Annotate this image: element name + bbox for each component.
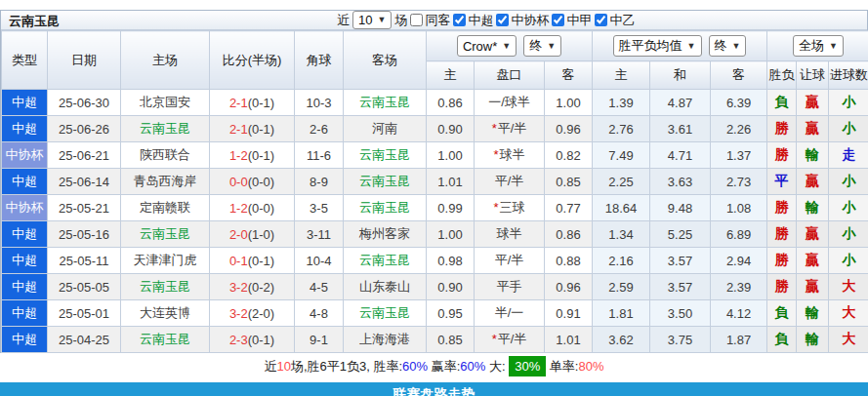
chevron-down-icon: ▼ [687,42,696,51]
league-filter-l2[interactable]: 中乙 [595,12,635,29]
goals-result-cell: 小 [829,116,868,142]
result-cell: 勝 [767,142,797,169]
league-filter-l1[interactable]: 中甲 [552,12,592,29]
summary-segment: 场,胜6平1负3, 胜率: [291,359,402,374]
corner-cell: 4-5 [295,274,344,300]
result-cell: 勝 [767,221,797,248]
half-time-score: (0-0) [248,201,274,216]
match-row: 中超25-05-05云南玉昆3-2(0-2)4-5山东泰山0.90平手0.962… [2,274,868,300]
avg-draw-cell: 3.75 [650,327,711,353]
result-text: 勝 [775,252,789,267]
home-odds-cell: 1.00 [427,221,475,248]
same-away-filter[interactable]: 同客 [410,12,450,29]
league-cell: 中协杯 [2,142,48,169]
result-cell: 負 [767,327,797,353]
league-cup-checkbox[interactable] [496,14,509,26]
handicap-result-cell: 輸 [797,327,829,353]
goals-result-text: 走 [843,146,856,162]
match-row: 中超25-05-01大连英博3-2(2-0)4-8云南玉昆0.95半/一0.91… [2,300,868,327]
col-header-odds-away: 客 [545,61,593,90]
avg-away-cell: 2.39 [711,274,767,300]
score-cell: 0-1(0-1) [210,248,295,274]
recent-label: 近 [337,12,350,29]
avg-away-cell: 1.87 [711,327,767,353]
match-row: 中超25-06-30北京国安2-1(0-1)10-3云南玉昆0.86一/球半1.… [2,90,868,116]
bookmaker-stage-select[interactable]: 终▼ [523,35,561,57]
away-odds-cell: 0.88 [545,248,593,274]
away-team-name: 云南玉昆 [359,200,410,215]
scope-select[interactable]: 全场▼ [793,35,844,57]
avg-draw-cell: 3.63 [650,169,711,195]
handicap-cell: *球半 [475,142,545,169]
score-cell: 2-1(0-1) [210,116,295,142]
col-header-handicap-result: 让球 [797,61,829,90]
avg-stage-select[interactable]: 终▼ [709,35,747,57]
away-team-name: 云南玉昆 [359,95,410,109]
corner-cell: 10-3 [295,90,344,116]
result-cell: 勝 [767,248,797,274]
league-l1-checkbox[interactable] [552,14,564,26]
match-row: 中协杯25-06-21陕西联合1-2(0-1)11-6云南玉昆1.00*球半0.… [2,142,868,169]
match-row: 中超25-06-14青岛西海岸0-0(0-0)8-9云南玉昆1.01平/半0.8… [2,169,868,195]
handicap-cell: *平/半 [475,116,545,142]
home-team-name: 云南玉昆 [140,332,190,346]
avg-away-cell: 6.39 [711,90,767,116]
avg-away-cell: 6.89 [711,221,767,248]
handicap-text: 平/半 [498,332,527,346]
recent-count-select[interactable]: 10▼ [352,11,392,29]
league-l2-checkbox[interactable] [595,14,607,26]
league-filter-cup[interactable]: 中协杯 [496,12,549,29]
score-cell: 2-3(0-1) [210,327,295,353]
handicap-result-text: 贏 [806,278,819,294]
goals-result-cell: 小 [829,221,868,248]
full-time-score: 0-1 [229,254,248,268]
league-l1-label: 中甲 [566,12,592,29]
home-odds-cell: 0.85 [427,327,475,353]
result-text: 負 [775,304,789,320]
match-row: 中超25-05-16云南玉昆2-0(1-0)3-11梅州客家1.00球半0.86… [2,221,868,248]
avg-odds-select[interactable]: 胜平负均值▼ [613,35,702,57]
match-table-body: 中超25-06-30北京国安2-1(0-1)10-3云南玉昆0.86一/球半1.… [2,90,868,353]
avg-home-cell: 1.34 [593,221,650,248]
col-header-handicap: 盘口 [475,61,545,90]
handicap-result-text: 贏 [806,252,819,267]
same-away-checkbox[interactable] [410,14,423,26]
avg-home-cell: 2.16 [593,248,650,274]
result-text: 負 [775,94,789,109]
home-team-cell: 云南玉昆 [121,327,210,353]
corner-cell: 10-4 [295,248,344,274]
league-l2-label: 中乙 [609,12,635,29]
home-team-name: 云南玉昆 [140,121,190,136]
match-row: 中协杯25-05-21定南赣联1-2(0-0)3-5云南玉昆0.99*三球0.7… [2,195,868,221]
full-time-score: 3-2 [229,280,248,295]
home-odds-cell: 0.90 [427,116,475,142]
home-team-name: 云南玉昆 [140,226,190,241]
goals-result-text: 大 [843,278,856,294]
full-time-score: 2-0 [229,227,248,242]
league-handicap-trend-bar[interactable]: 联赛盘路走势 [0,382,868,396]
bookmaker-select[interactable]: Crow*▼ [457,35,517,57]
col-header-odds-home: 主 [427,61,475,90]
away-team-cell: 上海海港 [344,327,427,353]
away-team-cell: 云南玉昆 [344,169,427,195]
summary-segment: 60% [460,359,485,374]
league-cell: 中超 [2,221,48,248]
full-time-score: 1-2 [229,201,248,216]
match-table: 类型 日期 主场 比分(半场) 角球 客场 Crow*▼ 终▼ 胜平负均值▼ 终… [1,30,868,353]
handicap-result-text: 輸 [806,199,819,215]
away-team-name: 上海海港 [359,332,410,346]
date-cell: 25-05-21 [48,195,121,221]
half-time-score: (1-0) [248,227,274,242]
handicap-result-cell: 贏 [797,221,829,248]
league-cell: 中超 [2,274,48,300]
handicap-result-text: 贏 [806,94,819,109]
league-csl-checkbox[interactable] [453,14,466,26]
col-header-home: 主场 [121,31,210,90]
league-filter-csl[interactable]: 中超 [453,12,493,29]
away-odds-cell: 0.96 [545,116,593,142]
corner-cell: 3-5 [295,195,344,221]
date-cell: 25-06-26 [48,116,121,142]
home-team-name: 北京国安 [140,95,190,109]
full-time-score: 3-2 [229,306,248,321]
handicap-cell: 半/一 [475,300,545,327]
